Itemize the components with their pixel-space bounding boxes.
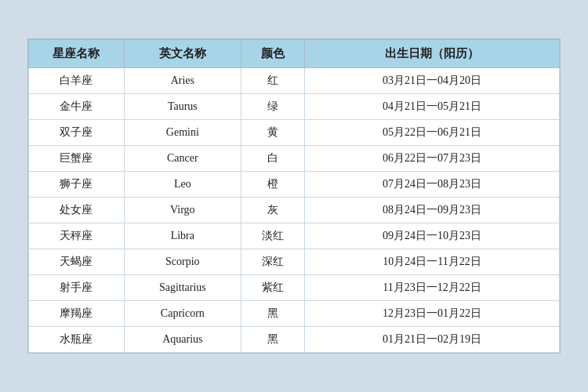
table-row: 巨蟹座Cancer白06月22日一07月23日 xyxy=(29,146,560,172)
cell-en: Leo xyxy=(124,172,241,198)
cell-cn: 处女座 xyxy=(29,198,125,223)
cell-color: 黑 xyxy=(241,301,304,327)
cell-en: Virgo xyxy=(124,198,241,223)
zodiac-table-container: 星座名称 英文名称 颜色 出生日期（阳历） 白羊座Aries红03月21日一04… xyxy=(27,38,561,354)
cell-date: 05月22日一06月21日 xyxy=(305,120,560,146)
cell-color: 白 xyxy=(241,146,304,172)
cell-en: Taurus xyxy=(124,94,241,120)
table-row: 射手座Sagittarius紫红11月23日一12月22日 xyxy=(29,275,560,301)
cell-date: 11月23日一12月22日 xyxy=(305,275,560,301)
cell-date: 08月24日一09月23日 xyxy=(305,198,560,223)
header-date: 出生日期（阳历） xyxy=(305,40,560,68)
cell-color: 橙 xyxy=(241,172,304,198)
cell-date: 10月24日一11月22日 xyxy=(305,249,560,275)
header-en: 英文名称 xyxy=(124,40,241,68)
zodiac-table: 星座名称 英文名称 颜色 出生日期（阳历） 白羊座Aries红03月21日一04… xyxy=(28,39,560,353)
table-header-row: 星座名称 英文名称 颜色 出生日期（阳历） xyxy=(29,40,560,68)
table-row: 水瓶座Aquarius黑01月21日一02月19日 xyxy=(29,327,560,353)
cell-date: 01月21日一02月19日 xyxy=(305,327,560,353)
cell-color: 绿 xyxy=(241,94,304,120)
cell-en: Libra xyxy=(124,223,241,249)
cell-cn: 天蝎座 xyxy=(29,249,125,275)
cell-date: 04月21日一05月21日 xyxy=(305,94,560,120)
table-row: 处女座Virgo灰08月24日一09月23日 xyxy=(29,198,560,223)
cell-en: Aquarius xyxy=(124,327,241,353)
cell-color: 黑 xyxy=(241,327,304,353)
table-row: 双子座Gemini黄05月22日一06月21日 xyxy=(29,120,560,146)
cell-en: Sagittarius xyxy=(124,275,241,301)
cell-color: 红 xyxy=(241,68,304,94)
cell-en: Aries xyxy=(124,68,241,94)
header-color: 颜色 xyxy=(241,40,304,68)
cell-date: 06月22日一07月23日 xyxy=(305,146,560,172)
table-row: 狮子座Leo橙07月24日一08月23日 xyxy=(29,172,560,198)
cell-cn: 金牛座 xyxy=(29,94,125,120)
table-row: 摩羯座Capricorn黑12月23日一01月22日 xyxy=(29,301,560,327)
cell-en: Gemini xyxy=(124,120,241,146)
cell-color: 灰 xyxy=(241,198,304,223)
table-row: 金牛座Taurus绿04月21日一05月21日 xyxy=(29,94,560,120)
table-row: 天秤座Libra淡红09月24日一10月23日 xyxy=(29,223,560,249)
cell-date: 07月24日一08月23日 xyxy=(305,172,560,198)
cell-en: Cancer xyxy=(124,146,241,172)
header-cn: 星座名称 xyxy=(29,40,125,68)
cell-en: Capricorn xyxy=(124,301,241,327)
cell-en: Scorpio xyxy=(124,249,241,275)
table-row: 白羊座Aries红03月21日一04月20日 xyxy=(29,68,560,94)
cell-color: 淡红 xyxy=(241,223,304,249)
cell-cn: 白羊座 xyxy=(29,68,125,94)
cell-color: 深红 xyxy=(241,249,304,275)
cell-color: 紫红 xyxy=(241,275,304,301)
cell-date: 03月21日一04月20日 xyxy=(305,68,560,94)
cell-cn: 射手座 xyxy=(29,275,125,301)
cell-cn: 狮子座 xyxy=(29,172,125,198)
cell-date: 09月24日一10月23日 xyxy=(305,223,560,249)
cell-color: 黄 xyxy=(241,120,304,146)
table-row: 天蝎座Scorpio深红10月24日一11月22日 xyxy=(29,249,560,275)
cell-cn: 双子座 xyxy=(29,120,125,146)
cell-cn: 水瓶座 xyxy=(29,327,125,353)
cell-date: 12月23日一01月22日 xyxy=(305,301,560,327)
cell-cn: 天秤座 xyxy=(29,223,125,249)
cell-cn: 巨蟹座 xyxy=(29,146,125,172)
cell-cn: 摩羯座 xyxy=(29,301,125,327)
